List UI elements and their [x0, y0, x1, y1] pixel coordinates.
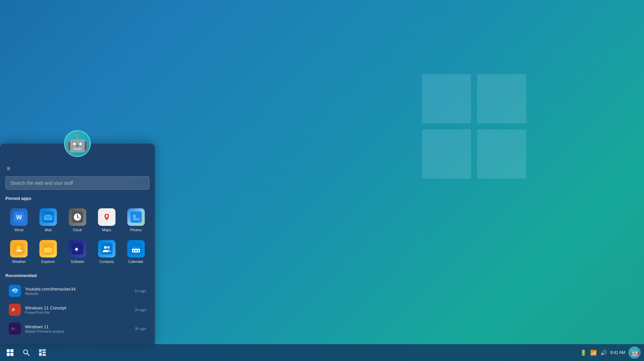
pinned-apps-title: Pinned apps	[5, 196, 149, 201]
contacts-icon	[98, 240, 115, 258]
start-menu: 🤖 ≡ Pinned apps W Word	[0, 144, 155, 344]
win-pane-3	[422, 129, 471, 179]
volume-icon: 🔊	[600, 350, 607, 356]
svg-rect-42	[42, 349, 46, 351]
svg-rect-19	[101, 243, 112, 254]
rec-item-premiere[interactable]: Pr Windows 11 Adobe Premiere project 3h …	[5, 320, 149, 337]
svg-rect-43	[42, 352, 46, 353]
svg-text:♠: ♠	[75, 245, 78, 252]
taskbar: 🔋 📶 🔊 9:41 AM 🤖	[0, 344, 644, 361]
taskbar-time: 9:41 AM	[610, 350, 625, 355]
svg-rect-27	[133, 250, 134, 251]
svg-point-14	[16, 246, 21, 250]
rec-ppt-type: PowerPoint file	[25, 310, 135, 314]
svg-point-21	[107, 246, 110, 249]
rec-premiere-time: 3h ago	[135, 327, 146, 331]
app-mail[interactable]: Mail	[35, 205, 62, 235]
battery-icon: 🔋	[580, 350, 587, 356]
mail-icon	[39, 208, 57, 226]
svg-rect-26	[137, 245, 138, 247]
user-avatar[interactable]: 🤖	[64, 130, 91, 157]
taskbar-search-button[interactable]	[20, 346, 33, 359]
rec-ppt-info: Windows 11 Concept PowerPoint file	[25, 305, 135, 314]
taskbar-left	[3, 346, 49, 359]
svg-point-20	[104, 246, 107, 249]
maps-icon	[98, 208, 115, 226]
app-solitaire[interactable]: ♠ Solitaire	[64, 237, 91, 266]
edge-icon	[9, 285, 21, 297]
recommended-list: Youtube.com/thehacker34 Website 1h ago P…	[5, 282, 149, 337]
avatar-emoji: 🤖	[67, 136, 88, 152]
explorer-icon	[39, 240, 57, 258]
svg-rect-28	[135, 250, 137, 251]
search-input[interactable]	[5, 176, 149, 190]
pinned-apps-grid: W Word Mail	[5, 205, 149, 266]
svg-text:W: W	[16, 214, 22, 221]
rec-premiere-name: Windows 11	[25, 324, 135, 329]
rec-youtube-name: Youtube.com/thehacker34	[25, 287, 135, 292]
svg-point-10	[106, 215, 108, 217]
rec-youtube-info: Youtube.com/thehacker34 Website	[25, 287, 135, 296]
hamburger-menu-button[interactable]: ≡	[5, 162, 149, 175]
photos-label: Photos	[130, 228, 141, 232]
svg-rect-44	[39, 353, 42, 356]
widgets-button[interactable]	[36, 346, 49, 359]
weather-label: Weather	[12, 260, 26, 264]
svg-rect-16	[44, 248, 52, 252]
svg-point-39	[24, 350, 28, 354]
svg-text:P: P	[12, 308, 15, 312]
app-maps[interactable]: Maps	[93, 205, 120, 235]
rec-premiere-type: Adobe Premiere project	[25, 329, 135, 333]
calendar-icon	[127, 240, 145, 258]
app-explorer[interactable]: Explorer	[35, 237, 62, 266]
contacts-label: Contacts	[99, 260, 114, 264]
app-weather[interactable]: Weather	[5, 237, 33, 266]
word-icon: W	[10, 208, 28, 226]
svg-text:Pr: Pr	[11, 327, 15, 331]
app-calendar[interactable]: Calendar	[122, 237, 149, 266]
photos-icon	[127, 208, 145, 226]
rec-youtube-type: Website	[25, 292, 135, 296]
powerpoint-icon: P	[9, 304, 21, 316]
calendar-label: Calendar	[128, 260, 143, 264]
premiere-icon: Pr	[9, 323, 21, 335]
wifi-icon: 📶	[590, 350, 597, 356]
app-photos[interactable]: Photos	[122, 205, 149, 235]
taskbar-avatar[interactable]: 🤖	[629, 347, 641, 359]
rec-premiere-info: Windows 11 Adobe Premiere project	[25, 324, 135, 333]
svg-rect-41	[39, 349, 42, 352]
desktop: 🤖 ≡ Pinned apps W Word	[0, 0, 644, 361]
svg-rect-24	[132, 246, 140, 249]
user-avatar-container: 🤖	[5, 130, 149, 157]
svg-line-40	[27, 354, 29, 356]
svg-rect-29	[138, 250, 139, 251]
start-button[interactable]	[3, 346, 17, 359]
app-contacts[interactable]: Contacts	[93, 237, 120, 266]
win-pane-1	[422, 74, 471, 123]
windows-logo	[422, 74, 526, 179]
mail-label: Mail	[45, 228, 52, 232]
maps-label: Maps	[102, 228, 111, 232]
explorer-label: Explorer	[41, 260, 55, 264]
rec-ppt-name: Windows 11 Concept	[25, 305, 135, 310]
app-clock[interactable]: Clock	[64, 205, 91, 235]
rec-youtube-time: 1h ago	[135, 289, 146, 293]
solitaire-icon: ♠	[69, 240, 86, 258]
clock-icon	[69, 208, 86, 226]
win-pane-2	[477, 74, 526, 123]
rec-ppt-time: 2h ago	[135, 308, 146, 312]
svg-point-8	[77, 217, 78, 218]
rec-item-ppt[interactable]: P Windows 11 Concept PowerPoint file 2h …	[5, 301, 149, 319]
clock-label: Clock	[73, 228, 82, 232]
solitaire-label: Solitaire	[71, 260, 84, 264]
svg-rect-35	[7, 349, 10, 352]
svg-rect-38	[10, 353, 13, 356]
svg-rect-36	[10, 349, 13, 352]
weather-icon	[10, 240, 28, 258]
app-word[interactable]: W Word	[5, 205, 33, 235]
svg-rect-11	[130, 211, 142, 223]
rec-item-youtube[interactable]: Youtube.com/thehacker34 Website 1h ago	[5, 282, 149, 300]
svg-rect-45	[42, 354, 46, 356]
svg-rect-37	[7, 353, 10, 356]
recommended-title: Recommended	[5, 273, 149, 278]
